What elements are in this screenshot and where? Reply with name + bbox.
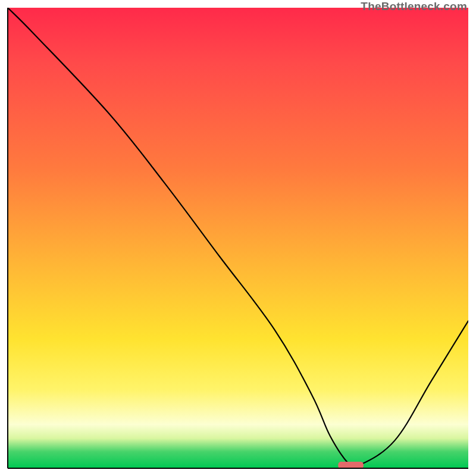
bottleneck-chart: TheBottleneck.com: [0, 0, 476, 476]
plot-gradient-background: [8, 8, 468, 468]
watermark-text: TheBottleneck.com: [361, 0, 467, 13]
